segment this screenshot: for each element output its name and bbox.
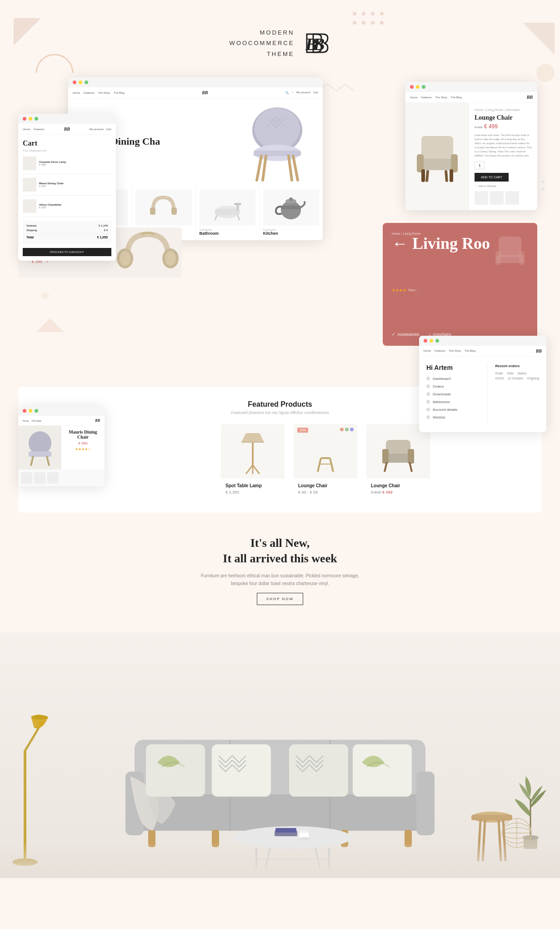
- search-icon[interactable]: 🔍: [285, 91, 289, 94]
- acc-nav-features[interactable]: Features: [435, 349, 445, 352]
- kitchen-icon: [275, 193, 307, 222]
- lamp-svg: [232, 429, 273, 474]
- pd-nav-shop[interactable]: The Shop: [435, 96, 447, 99]
- acc-nav-home[interactable]: Home: [424, 349, 431, 352]
- acc-menu-orders[interactable]: Orders: [426, 384, 480, 389]
- svg-line-86: [253, 465, 260, 474]
- add-to-cart-button[interactable]: ADD TO CART: [475, 173, 509, 182]
- dining-nav-home[interactable]: Home: [23, 419, 29, 422]
- acc-dot-max: [435, 339, 439, 343]
- headphones-svg: [114, 227, 182, 278]
- thumbnail-1[interactable]: [475, 191, 488, 205]
- svg-rect-54: [171, 207, 177, 215]
- dining-browser-bar: [18, 406, 105, 416]
- product-lounge2-image: [366, 424, 430, 479]
- next-arrow[interactable]: ›: [175, 248, 177, 257]
- product-lounge-name: Lounge Chair: [298, 483, 353, 488]
- product-card-lamp[interactable]: Spot Table Lamp € 2,350: [221, 424, 285, 499]
- recent-orders-title: Recent orders: [495, 364, 539, 368]
- svg-line-93: [318, 458, 321, 472]
- living-room-arrow-icon[interactable]: ←: [392, 234, 408, 252]
- category-bathroom[interactable]: 4 products Bathroom: [196, 185, 259, 240]
- swatch-red[interactable]: [340, 428, 344, 431]
- product-lamp-name: Spot Table Lamp: [225, 483, 280, 488]
- thumbnail-2[interactable]: [490, 191, 504, 205]
- cart-totals: Subtotal € 1,249 Shipping € 0 Total € 1,…: [23, 221, 111, 244]
- living-room-cat-accessories[interactable]: ✓ Accessories: [392, 332, 420, 337]
- header-section: MODERN WOOCOMMERCE THEME B B: [0, 0, 560, 77]
- products-row: Home The Shop BB: [27, 424, 533, 499]
- product-card-lounge[interactable]: 15%: [294, 424, 357, 499]
- svg-line-83: [31, 456, 33, 466]
- product-lounge2-info: Lounge Chair € 599 € 499: [366, 479, 430, 499]
- svg-rect-53: [150, 207, 155, 215]
- nav-home[interactable]: Home: [73, 91, 80, 94]
- acc-nav-shop[interactable]: The Shop: [449, 349, 461, 352]
- svg-line-85: [246, 465, 253, 474]
- acc-menu-account-details[interactable]: Account details: [426, 408, 480, 412]
- dining-thumb-2[interactable]: [34, 472, 45, 484]
- cart-item-1: Cassette Floor Lamp € 489: [23, 157, 111, 174]
- dining-nav-shop[interactable]: The Shop: [31, 419, 41, 422]
- pd-logo: BB: [527, 95, 533, 100]
- swatch-blue[interactable]: [350, 428, 354, 431]
- acc-menu-dashboard[interactable]: Dashboard: [426, 377, 480, 381]
- pd-nav-blog[interactable]: The Blog: [451, 96, 462, 99]
- dining-price: € 500: [65, 441, 101, 445]
- swatch-green[interactable]: [345, 428, 349, 431]
- dining-dot: [23, 409, 26, 413]
- dining-thumb-1[interactable]: [21, 472, 32, 484]
- its-new-title-1: It's all New,: [9, 535, 551, 551]
- cart-cart-link[interactable]: Cart: [106, 128, 111, 131]
- cart-subtotal-label: Subtotal: [26, 224, 36, 227]
- svg-point-61: [281, 201, 301, 219]
- pd-nav-features[interactable]: Features: [421, 96, 432, 99]
- product-breadcrumb: Home / Living Room / Armchairs: [475, 108, 532, 111]
- order-header-row: Order Date Status: [495, 372, 539, 375]
- order-data-row[interactable]: #2019 12 October Ongoing: [495, 377, 539, 380]
- nav-shop[interactable]: The Shop: [98, 91, 110, 94]
- dining-thumb-3[interactable]: [47, 472, 59, 484]
- product-lounge-badge: 15%: [297, 428, 308, 433]
- cart-nav-features[interactable]: Features: [34, 128, 45, 131]
- its-new-title-2: It all arrived this week: [9, 551, 551, 566]
- dining-chair-img: [18, 426, 61, 470]
- shop-now-button[interactable]: SHOP NOW: [257, 593, 303, 605]
- order-number: #2019: [495, 377, 504, 380]
- dining-nav-links: Home The Shop: [23, 419, 41, 422]
- svg-point-74: [120, 251, 130, 266]
- pd-nav-home[interactable]: Home: [410, 96, 417, 99]
- nav-blog[interactable]: The Blog: [114, 91, 125, 94]
- browser-bar-product: [405, 82, 537, 92]
- cart-logo: BB: [64, 126, 70, 131]
- cart-link[interactable]: Cart: [313, 91, 318, 94]
- account-link[interactable]: My account: [296, 91, 310, 94]
- heart-icon: ♡: [475, 184, 477, 187]
- acc-menu-downloads[interactable]: Downloads: [426, 392, 480, 396]
- cart-account-link[interactable]: My account: [90, 128, 104, 131]
- cart-item-3-img: [23, 199, 36, 213]
- acc-logo: BB: [536, 348, 542, 353]
- thumbnail-3[interactable]: [505, 191, 519, 205]
- product-card-lounge2[interactable]: Lounge Chair € 599 € 499: [366, 424, 430, 499]
- wishlist-icon[interactable]: ♡: [291, 91, 294, 94]
- nav-features[interactable]: Features: [84, 91, 95, 94]
- dining-info: Mauris Dining Chair € 500 ★★★★☆: [61, 426, 105, 470]
- pd-nav-links: Home Features The Shop The Blog: [410, 96, 462, 99]
- svg-rect-124: [416, 772, 435, 835]
- dining-thumbnails: [18, 470, 105, 486]
- wishlist-link[interactable]: ♡ Add to Wishlist: [475, 184, 532, 187]
- screenshots-section: Home Features The Shop The Blog BB 🔍 ♡ M…: [9, 77, 551, 378]
- category-kitchen[interactable]: 3 products Kitchen: [260, 185, 323, 240]
- dining-chair-mockup-mini: Home The Shop BB: [18, 406, 109, 486]
- quantity-display: 1: [475, 162, 485, 169]
- checkout-button[interactable]: PROCEED TO CHECKOUT: [23, 248, 111, 256]
- acc-menu-addresses[interactable]: Addresses: [426, 400, 480, 404]
- product-lamp-image: [221, 424, 285, 479]
- product-lounge2-price: € 599 € 499: [371, 490, 425, 495]
- acc-nav-blog[interactable]: The Blog: [465, 349, 475, 352]
- cart-nav-home[interactable]: Home: [23, 128, 30, 131]
- acc-menu-wishlist[interactable]: Wishlist: [426, 415, 480, 419]
- svg-rect-60: [234, 203, 241, 205]
- account-browser-bar: [419, 336, 546, 346]
